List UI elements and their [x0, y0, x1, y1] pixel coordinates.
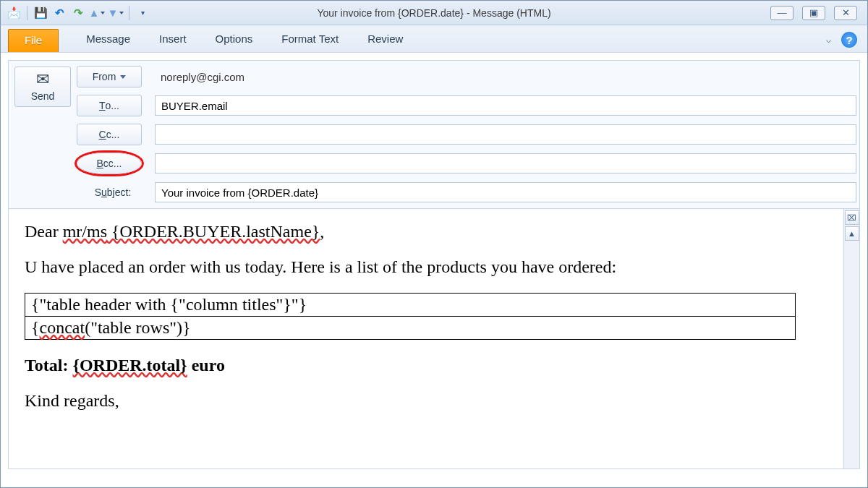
message-body-wrap: Dear mr/ms {ORDER.BUYER.lastName}, U hav…: [8, 209, 860, 469]
help-button[interactable]: ?: [841, 32, 857, 48]
collapse-ribbon-icon[interactable]: ⌵: [826, 35, 831, 45]
cc-field[interactable]: [155, 124, 856, 145]
minimize-button[interactable]: —: [770, 6, 793, 20]
envelope-icon: ✉: [15, 72, 70, 87]
to-button[interactable]: To...: [77, 95, 142, 116]
body-signoff: Kind regards,: [25, 391, 827, 411]
send-label: Send: [31, 90, 55, 102]
to-field[interactable]: [155, 95, 856, 116]
body-table: {"table header with {"column titles"}"} …: [25, 293, 796, 340]
qat-separator: [27, 6, 27, 20]
file-tab[interactable]: File: [8, 29, 59, 52]
prev-item-icon[interactable]: ▲: [90, 6, 104, 20]
newmail-icon[interactable]: 📩: [7, 6, 21, 20]
tab-review[interactable]: Review: [353, 27, 417, 52]
scroll-up-icon[interactable]: ▲: [845, 226, 859, 241]
cc-button[interactable]: Cc...: [77, 124, 142, 145]
compose-header: ✉ Send From noreply@cgi.com To... Cc... …: [1, 53, 867, 209]
title-bar: 📩 💾 ↶ ↷ ▲ ▼ ▾ Your invoice from {ORDER.d…: [1, 1, 867, 25]
qat-customize-icon[interactable]: ▾: [135, 6, 150, 20]
subject-label: Subject:: [77, 187, 149, 198]
quick-access-toolbar: 📩 💾 ↶ ↷ ▲ ▼ ▾: [1, 6, 150, 20]
tab-options[interactable]: Options: [201, 27, 268, 52]
close-button[interactable]: ✕: [834, 6, 857, 20]
bcc-field[interactable]: [155, 153, 856, 174]
bcc-button[interactable]: Bcc...: [77, 153, 142, 174]
maximize-button[interactable]: ▣: [802, 6, 825, 20]
body-total: Total: {ORDER.total} euro: [25, 356, 827, 375]
send-button[interactable]: ✉ Send: [14, 67, 71, 107]
subject-field[interactable]: [155, 182, 856, 202]
scroll-options-icon[interactable]: ⌧: [845, 210, 859, 225]
from-value: noreply@cgi.com: [155, 71, 856, 83]
from-button[interactable]: From: [77, 66, 142, 87]
redo-icon[interactable]: ↷: [71, 6, 85, 20]
body-intro: U have placed an order with us today. He…: [25, 257, 827, 277]
tab-format-text[interactable]: Format Text: [267, 27, 353, 52]
message-body[interactable]: Dear mr/ms {ORDER.BUYER.lastName}, U hav…: [9, 209, 843, 468]
table-rows-cell: {concat("table rows")}: [25, 317, 796, 340]
body-greeting: Dear mr/ms {ORDER.BUYER.lastName},: [25, 222, 827, 241]
tab-message[interactable]: Message: [72, 27, 145, 52]
body-scrollbar[interactable]: ⌧ ▲: [843, 209, 859, 468]
qat-separator: [129, 6, 129, 20]
table-header-cell: {"table header with {"column titles"}"}: [25, 294, 796, 317]
ribbon-tab-strip: File Message Insert Options Format Text …: [1, 25, 867, 53]
tab-insert[interactable]: Insert: [145, 27, 201, 52]
window-controls: — ▣ ✕: [770, 6, 867, 20]
undo-icon[interactable]: ↶: [52, 6, 67, 20]
save-icon[interactable]: 💾: [33, 6, 48, 20]
next-item-icon[interactable]: ▼: [109, 6, 123, 20]
